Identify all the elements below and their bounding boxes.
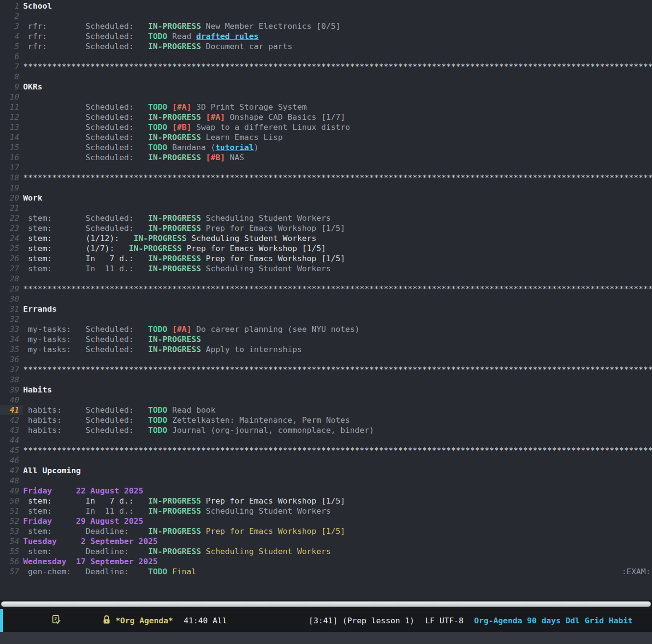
buffer-line[interactable]: 5 rfr: Scheduled: IN-PROGRESS Document c… [0,41,652,51]
buffer-line[interactable]: 3 rfr: Scheduled: IN-PROGRESS New Member… [0,21,652,31]
line-content[interactable]: Scheduled: TODO [#A] 3D Print Storage Sy… [23,102,307,112]
buffer-line[interactable]: 22 stem: Scheduled: IN-PROGRESS Scheduli… [0,213,652,223]
buffer-line[interactable]: 34 my-tasks: Scheduled: IN-PROGRESS [0,334,652,344]
buffer-line[interactable]: 56Wednesday 17 September 2025 [0,556,652,567]
org-link[interactable]: tutorial [216,143,254,152]
line-content: ****************************************… [23,284,652,293]
text-segment: TODO [148,143,167,152]
line-content[interactable]: habits: Scheduled: TODO Zettelkasten: Ma… [23,416,350,425]
text-segment: IN-PROGRESS [148,496,201,505]
line-content: School [23,1,52,11]
buffer-line[interactable]: 49Friday 22 August 2025 [0,486,652,496]
line-number: 28 [0,274,23,284]
line-number: 15 [0,142,23,152]
line-content[interactable]: stem: Scheduled: IN-PROGRESS Scheduling … [23,214,331,223]
text-segment: IN-PROGRESS [148,335,201,344]
line-content: ****************************************… [23,446,652,455]
org-clock-indicator[interactable]: [3:41] (Prep lesson 1) [309,616,415,625]
line-content[interactable]: Scheduled: IN-PROGRESS [#B] NAS [23,153,244,162]
line-content[interactable]: my-tasks: Scheduled: TODO [#A] Do career… [23,325,359,334]
line-number: 10 [0,92,23,102]
text-segment: Prep for Emacs Workshop [1/5] [201,224,345,233]
text-segment: IN-PROGRESS [148,22,201,31]
line-content[interactable]: stem: In 7 d.: IN-PROGRESS Prep for Emac… [23,496,345,505]
buffer-name[interactable]: *Org Agenda* [115,616,173,625]
line-number: 16 [0,152,23,163]
buffer-line[interactable]: 14 Scheduled: IN-PROGRESS Learn Emacs Li… [0,132,652,142]
buffer-line[interactable]: 41 habits: Scheduled: TODO Read book [0,405,652,415]
line-content[interactable]: rfr: Scheduled: IN-PROGRESS New Member E… [23,22,340,31]
line-content[interactable]: stem: In 7 d.: IN-PROGRESS Prep for Emac… [23,254,345,263]
text-segment: Zettelkasten: Maintenance, Perm Notes [167,416,350,425]
buffer-line[interactable]: 27 stem: In 11 d.: IN-PROGRESS Schedulin… [0,264,652,274]
line-number: 43 [0,425,23,435]
text-segment: stem: Deadline: [23,527,148,536]
text-segment: IN-PROGRESS [148,113,201,122]
buffer-line[interactable]: 23 stem: Scheduled: IN-PROGRESS Prep for… [0,223,652,233]
text-segment: Wednesday 17 September 2025 [23,557,158,566]
line-number: 5 [0,41,23,51]
line-content[interactable]: gen-chem: Deadline: TODO Final [23,567,196,576]
buffer-line[interactable]: 35 my-tasks: Scheduled: IN-PROGRESS Appl… [0,344,652,354]
buffer-line[interactable]: 26 stem: In 7 d.: IN-PROGRESS Prep for E… [0,253,652,264]
line-number: 6 [0,51,23,62]
buffer-line[interactable]: 4 rfr: Scheduled: TODO Read drafted rule… [0,31,652,41]
empty-line: 28 [0,274,652,284]
buffer-line[interactable]: 15 Scheduled: TODO Bandana (tutorial) [0,142,652,152]
buffer-line[interactable]: 11 Scheduled: TODO [#A] 3D Print Storage… [0,102,652,112]
line-content[interactable]: Wednesday 17 September 2025 [23,557,158,566]
buffer-line[interactable]: 42 habits: Scheduled: TODO Zettelkasten:… [0,415,652,425]
line-content[interactable]: Tuesday 2 September 2025 [23,537,158,546]
buffer-line[interactable]: 13 Scheduled: TODO [#B] Swap to a differ… [0,122,652,132]
line-content[interactable]: stem: In 11 d.: IN-PROGRESS Scheduling S… [23,264,331,273]
line-content[interactable]: habits: Scheduled: TODO Journal (org-jou… [23,426,374,435]
major-minor-modes[interactable]: Org-Agenda 90 days Ddl Grid Habit [474,616,633,625]
line-content[interactable]: Scheduled: IN-PROGRESS Learn Emacs Lisp [23,133,283,142]
line-number: 17 [0,163,23,173]
line-number: 7 [0,62,23,72]
line-content[interactable]: stem: (1/12): IN-PROGRESS Scheduling Stu… [23,234,316,243]
buffer-line[interactable]: 25 stem: (1/7): IN-PROGRESS Prep for Ema… [0,243,652,253]
buffer-line[interactable]: 12 Scheduled: IN-PROGRESS [#A] Onshape C… [0,112,652,122]
line-content[interactable]: rfr: Scheduled: IN-PROGRESS Document car… [23,42,292,51]
line-content[interactable]: my-tasks: Scheduled: IN-PROGRESS [23,335,201,344]
buffer-line[interactable]: 54Tuesday 2 September 2025 [0,536,652,546]
modeline-accent-bar [0,609,3,632]
line-content[interactable]: rfr: Scheduled: TODO Read drafted rules [23,32,259,41]
buffer-line[interactable]: 24 stem: (1/12): IN-PROGRESS Scheduling … [0,233,652,243]
line-content[interactable]: Friday 22 August 2025 [23,486,143,495]
separator-line: 45**************************************… [0,445,652,455]
line-content[interactable]: stem: Scheduled: IN-PROGRESS Prep for Em… [23,224,345,233]
empty-line: 44 [0,435,652,445]
buffer-line[interactable]: 57 gen-chem: Deadline: TODO Final:EXAM: [0,567,652,577]
buffer-line[interactable]: 33 my-tasks: Scheduled: TODO [#A] Do car… [0,324,652,334]
text-segment: stem: In 7 d.: [23,496,148,505]
line-content[interactable]: stem: Deadline: IN-PROGRESS Scheduling S… [23,547,331,556]
line-content[interactable]: Scheduled: TODO Bandana (tutorial) [23,143,259,152]
line-content[interactable]: stem: (1/7): IN-PROGRESS Prep for Emacs … [23,244,326,253]
line-content[interactable]: Scheduled: TODO [#B] Swap to a different… [23,123,350,132]
line-number: 19 [0,183,23,193]
text-segment: Bandana ( [167,143,216,152]
buffer-line[interactable]: 52Friday 29 August 2025 [0,516,652,526]
line-number: 46 [0,455,23,466]
buffer-line[interactable]: 51 stem: In 11 d.: IN-PROGRESS Schedulin… [0,506,652,516]
echo-area[interactable] [0,632,652,644]
line-content[interactable]: habits: Scheduled: TODO Read book [23,405,216,415]
line-content[interactable]: Scheduled: IN-PROGRESS [#A] Onshape CAD … [23,113,345,122]
line-content[interactable]: stem: Deadline: IN-PROGRESS Prep for Ema… [23,527,345,536]
text-segment: New Member Electronics [0/5] [201,22,341,31]
empty-line: 30 [0,294,652,304]
buffer-line[interactable]: 53 stem: Deadline: IN-PROGRESS Prep for … [0,526,652,536]
buffer-line[interactable]: 16 Scheduled: IN-PROGRESS [#B] NAS [0,152,652,163]
buffer-line[interactable]: 50 stem: In 7 d.: IN-PROGRESS Prep for E… [0,496,652,506]
buffer-line[interactable]: 55 stem: Deadline: IN-PROGRESS Schedulin… [0,546,652,556]
line-number: 54 [0,536,23,546]
buffer-line[interactable]: 43 habits: Scheduled: TODO Journal (org-… [0,425,652,435]
text-segment: Work [23,193,42,202]
line-content[interactable]: my-tasks: Scheduled: IN-PROGRESS Apply t… [23,345,302,354]
org-link[interactable]: drafted rules [196,32,259,41]
line-content[interactable]: Friday 29 August 2025 [23,517,143,526]
encoding-indicator[interactable]: LF UTF-8 [425,616,463,625]
line-content[interactable]: stem: In 11 d.: IN-PROGRESS Scheduling S… [23,506,331,516]
